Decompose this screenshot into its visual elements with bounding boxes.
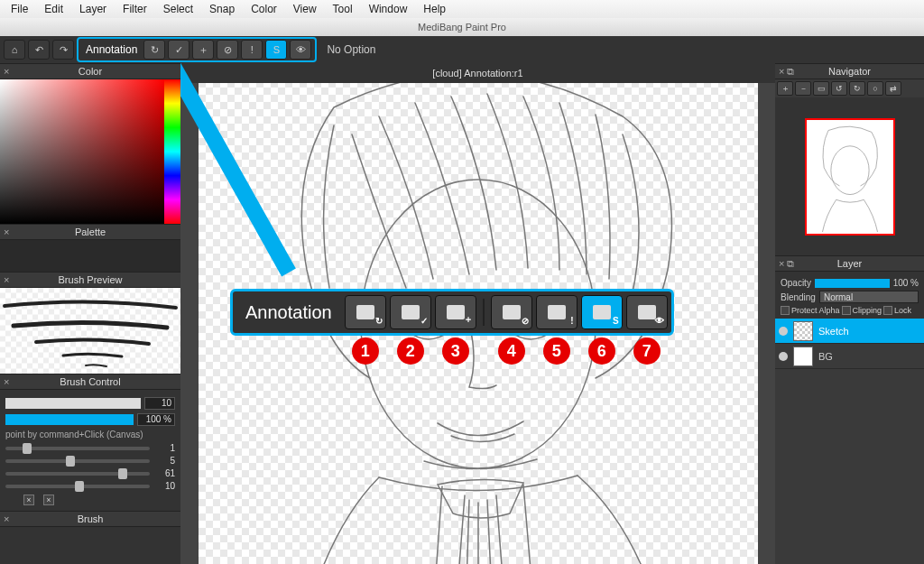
menu-tool[interactable]: Tool (326, 1, 360, 17)
svg-point-2 (830, 145, 868, 194)
menu-edit[interactable]: Edit (37, 1, 70, 17)
palette-panel-title: ×Palette (0, 224, 180, 240)
navigator-title: × ⧉Navigator (775, 63, 924, 79)
right-sidebar: × ⧉Navigator ＋ － ▭ ↺ ↻ ○ ⇄ × ⧉ (775, 63, 924, 564)
layer-panel-title: × ⧉Layer (775, 255, 924, 272)
nav-zoom-out[interactable]: － (795, 81, 811, 96)
layer-controls: Opacity 100 % Blending Normal Protect Al… (775, 272, 924, 319)
menu-color[interactable]: Color (244, 1, 284, 17)
brush-opacity-value[interactable]: 100 % (137, 413, 175, 426)
check-2[interactable]: × (43, 495, 54, 505)
anno-sync-button[interactable]: S (265, 40, 287, 60)
undo-button[interactable]: ↶ (28, 40, 50, 60)
blending-label: Blending (781, 292, 816, 302)
document-tab[interactable]: [cloud] Annotation:r1 (180, 63, 775, 83)
anno-check-button[interactable]: ✓ (168, 40, 189, 60)
menu-file[interactable]: File (4, 1, 35, 17)
left-sidebar: ×Color ×Palette ×Brush Preview ×Brush Co… (0, 63, 180, 564)
window-titlebar: MediBang Paint Pro (0, 18, 924, 36)
nav-reset[interactable]: ○ (867, 81, 883, 96)
home-button[interactable]: ⌂ (4, 40, 25, 60)
menu-select[interactable]: Select (156, 1, 200, 17)
redo-button[interactable]: ↷ (52, 40, 74, 60)
zoom-anno-visibility[interactable]: 👁7 (626, 295, 668, 329)
brush-control-panel: 10 100 % point by command+Click (Canvas)… (0, 390, 180, 511)
check-1[interactable]: × (23, 495, 34, 505)
zoom-anno-sync[interactable]: S6 (581, 295, 623, 329)
nav-zoom-in[interactable]: ＋ (777, 81, 793, 96)
menu-window[interactable]: Window (362, 1, 415, 17)
annotation-zoom-callout: Annotation ↻1 ✓2 ＋3 ⊘4 !5 S6 👁7 (230, 289, 674, 336)
zoom-anno-alert[interactable]: !5 (536, 295, 578, 329)
opacity-value: 100 % (893, 278, 919, 288)
brush-preview-title: ×Brush Preview (0, 272, 180, 288)
anno-hide-button[interactable]: ⊘ (217, 40, 238, 60)
layer-row-sketch[interactable]: Sketch (775, 319, 924, 344)
nav-fit[interactable]: ▭ (813, 81, 829, 96)
menu-layer[interactable]: Layer (72, 1, 114, 17)
main-toolbar: ⌂ ↶ ↷ Annotation ↻ ✓ ＋ ⊘ ! S 👁 No Option (0, 36, 924, 63)
zoom-annotation-label: Annotation (236, 302, 341, 323)
slider-2[interactable] (5, 459, 150, 463)
nav-flip[interactable]: ⇄ (885, 81, 901, 96)
palette-body[interactable] (0, 240, 180, 272)
layer-visibility-icon[interactable] (779, 352, 788, 361)
menu-view[interactable]: View (286, 1, 324, 17)
layer-name: Sketch (818, 326, 849, 337)
brush-size-bar[interactable] (5, 398, 141, 409)
brush-size-value[interactable]: 10 (144, 397, 175, 410)
layer-row-bg[interactable]: BG (775, 344, 924, 369)
menu-snap[interactable]: Snap (202, 1, 242, 17)
no-option-label: No Option (327, 43, 375, 56)
slider-1[interactable] (5, 447, 150, 450)
hue-slider[interactable] (164, 79, 180, 224)
nav-rotate-cw[interactable]: ↻ (849, 81, 865, 96)
slider-3[interactable] (5, 472, 150, 476)
brush-hint: point by command+Click (Canvas) (5, 430, 175, 439)
nav-rotate-ccw[interactable]: ↺ (831, 81, 847, 96)
menu-help[interactable]: Help (416, 1, 453, 17)
navigator-tools: ＋ － ▭ ↺ ↻ ○ ⇄ (775, 79, 924, 97)
canvas-region: [cloud] Annotation:r1 (180, 63, 775, 564)
clipping-check[interactable]: Clipping (842, 306, 882, 315)
anno-alert-button[interactable]: ! (241, 40, 263, 60)
layer-name: BG (818, 351, 833, 362)
layer-visibility-icon[interactable] (779, 327, 788, 336)
layer-list: Sketch BG (775, 319, 924, 564)
annotation-label: Annotation (82, 43, 141, 56)
brush-control-title: ×Brush Control (0, 374, 180, 390)
anno-visibility-button[interactable]: 👁 (290, 40, 311, 60)
blending-select[interactable]: Normal (819, 291, 919, 303)
color-panel-title: ×Color (0, 63, 180, 79)
color-picker[interactable] (0, 79, 180, 224)
annotation-toolbar-highlight: Annotation ↻ ✓ ＋ ⊘ ! S 👁 (77, 37, 317, 62)
navigator-preview[interactable] (775, 97, 924, 255)
zoom-anno-hide[interactable]: ⊘4 (491, 295, 532, 329)
brush-panel-title: ×Brush (0, 511, 180, 527)
brush-preview (0, 288, 180, 374)
brush-opacity-bar[interactable] (5, 414, 134, 425)
zoom-anno-refresh[interactable]: ↻1 (345, 295, 386, 329)
anno-refresh-button[interactable]: ↻ (143, 40, 165, 60)
layer-opacity-bar[interactable] (815, 279, 890, 288)
zoom-anno-add[interactable]: ＋3 (435, 295, 476, 329)
opacity-label: Opacity (781, 278, 811, 288)
slider-4[interactable] (5, 485, 150, 488)
anno-add-button[interactable]: ＋ (192, 40, 214, 60)
menu-filter[interactable]: Filter (116, 1, 154, 17)
zoom-anno-check[interactable]: ✓2 (390, 295, 431, 329)
protect-alpha-check[interactable]: Protect Alpha (781, 306, 840, 315)
menubar: File Edit Layer Filter Select Snap Color… (0, 0, 924, 18)
lock-check[interactable]: Lock (883, 306, 911, 315)
app-title: MediBang Paint Pro (418, 22, 506, 32)
